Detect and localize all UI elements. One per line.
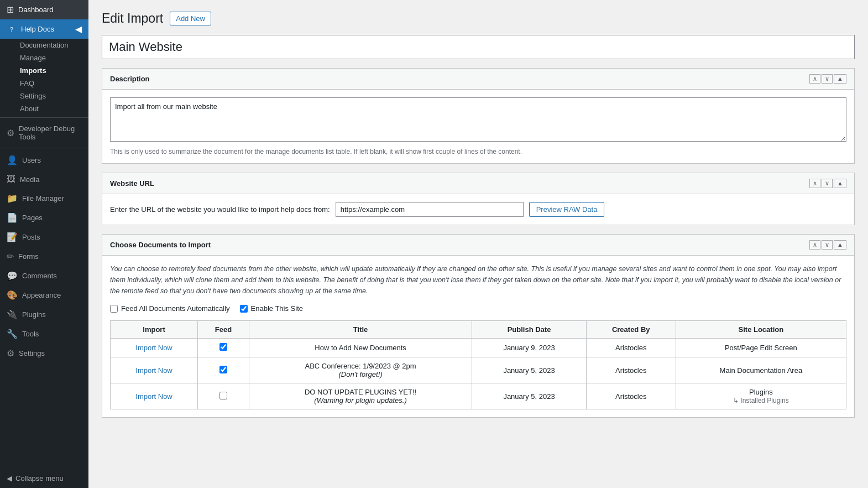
settings-icon: ⚙	[7, 348, 14, 359]
import-table: Import Feed Title Publish Date Created B…	[110, 320, 846, 409]
enable-site-checkbox[interactable]	[240, 305, 248, 313]
import-now-link[interactable]: Import Now	[135, 392, 172, 401]
site-location-cell: Plugins↳ Installed Plugins	[676, 383, 846, 409]
website-url-panel-body: Enter the URL of the website you would l…	[102, 194, 854, 225]
enable-site-label[interactable]: Enable This Site	[240, 304, 303, 313]
sidebar-item-appearance[interactable]: 🎨 Appearance	[0, 285, 88, 305]
description-panel-body: This is only used to summarize the docum…	[102, 90, 854, 163]
choose-docs-panel-title: Choose Documents to Import	[110, 241, 211, 249]
description-panel-title: Description	[110, 75, 150, 83]
import-now-link[interactable]: Import Now	[135, 344, 172, 352]
title-cell: DO NOT UPDATE PLUGINS YET!!(Warning for …	[249, 383, 472, 409]
url-collapse-up-btn[interactable]: ∧	[809, 179, 820, 188]
page-header: Edit Import Add New	[102, 11, 855, 26]
website-url-panel-header: Website URL ∧ ∨ ▲	[102, 173, 854, 194]
import-now-link[interactable]: Import Now	[135, 366, 172, 375]
plugins-icon: 🔌	[7, 309, 18, 320]
pages-icon: 📄	[7, 212, 18, 223]
sidebar-item-settings-helpdocs[interactable]: Settings	[0, 90, 88, 102]
choose-docs-collapse-down-btn[interactable]: ∨	[822, 240, 833, 250]
chevron-icon: ◀	[75, 24, 82, 34]
description-hint: This is only used to summarize the docum…	[110, 148, 846, 155]
file-manager-icon: 📁	[7, 193, 18, 204]
sidebar-item-about[interactable]: About	[0, 102, 88, 115]
sidebar-item-pages[interactable]: 📄 Pages	[0, 208, 88, 227]
choose-docs-collapse-btn[interactable]: ▲	[834, 240, 846, 250]
collapse-menu[interactable]: ◀ Collapse menu	[0, 469, 88, 488]
col-feed: Feed	[198, 321, 249, 339]
col-title: Title	[249, 321, 472, 339]
users-icon: 👤	[7, 155, 18, 165]
add-new-button[interactable]: Add New	[170, 12, 211, 25]
url-collapse-down-btn[interactable]: ∨	[822, 179, 833, 188]
sidebar-item-tools[interactable]: 🔧 Tools	[0, 324, 88, 344]
sidebar-item-documentation[interactable]: Documentation	[0, 39, 88, 51]
title-cell: ABC Conference: 1/9/2023 @ 2pm(Don't for…	[249, 357, 472, 383]
sidebar-item-manage[interactable]: Manage	[0, 51, 88, 64]
description-collapse-down-btn[interactable]: ∨	[822, 74, 833, 84]
appearance-icon: 🎨	[7, 290, 18, 300]
feed-checkbox[interactable]	[219, 343, 227, 351]
description-textarea[interactable]	[110, 97, 846, 142]
sidebar-item-help-docs[interactable]: ? Help Docs ◀	[0, 19, 88, 39]
created-by-cell: Aristocles	[586, 383, 676, 409]
choose-docs-panel-controls: ∧ ∨ ▲	[809, 240, 846, 250]
url-input[interactable]	[336, 202, 524, 217]
help-docs-icon: ?	[7, 24, 17, 34]
page-title: Edit Import	[102, 11, 163, 26]
description-collapse-btn[interactable]: ▲	[834, 74, 846, 84]
sidebar-item-dashboard[interactable]: ⊞ Dashboard	[0, 0, 88, 19]
col-created-by: Created By	[586, 321, 676, 339]
col-publish-date: Publish Date	[472, 321, 586, 339]
choose-docs-description: You can choose to remotely feed document…	[110, 263, 846, 297]
choose-docs-collapse-up-btn[interactable]: ∧	[809, 240, 820, 250]
choose-docs-panel-header: Choose Documents to Import ∧ ∨ ▲	[102, 235, 854, 256]
main-content: Edit Import Add New Description ∧ ∨ ▲ Th…	[88, 0, 868, 488]
sidebar-item-developer-debug-tools[interactable]: ⚙ Developer Debug Tools	[0, 120, 88, 146]
sidebar-item-posts[interactable]: 📝 Posts	[0, 227, 88, 247]
sidebar-item-imports[interactable]: Imports	[0, 64, 88, 77]
comments-icon: 💬	[7, 271, 18, 281]
media-icon: 🖼	[7, 174, 15, 184]
website-url-panel-controls: ∧ ∨ ▲	[809, 179, 846, 188]
forms-icon: ✏	[7, 251, 14, 262]
website-url-panel: Website URL ∧ ∨ ▲ Enter the URL of the w…	[102, 173, 855, 225]
choose-docs-panel-body: You can choose to remotely feed document…	[102, 256, 854, 417]
website-url-panel-title: Website URL	[110, 179, 154, 188]
import-title-input[interactable]	[102, 35, 855, 59]
sidebar-item-comments[interactable]: 💬 Comments	[0, 266, 88, 285]
sidebar-item-forms[interactable]: ✏ Forms	[0, 247, 88, 266]
posts-icon: 📝	[7, 232, 18, 242]
sidebar: ⊞ Dashboard ? Help Docs ◀ Documentation …	[0, 0, 88, 488]
sidebar-item-label: Help Docs	[21, 25, 54, 33]
sidebar-item-users[interactable]: 👤 Users	[0, 150, 88, 170]
table-row: Import NowHow to Add New DocumentsJanuar…	[111, 339, 846, 357]
publish-date-cell: January 5, 2023	[472, 383, 586, 409]
table-row: Import NowDO NOT UPDATE PLUGINS YET!!(Wa…	[111, 383, 846, 409]
col-site-location: Site Location	[676, 321, 846, 339]
site-location-cell: Main Documentation Area	[676, 357, 846, 383]
title-cell: How to Add New Documents	[249, 339, 472, 357]
feed-all-checkbox[interactable]	[110, 305, 118, 313]
publish-date-cell: January 5, 2023	[472, 357, 586, 383]
preview-raw-data-button[interactable]: Preview RAW Data	[529, 202, 605, 217]
feed-checkbox[interactable]	[219, 366, 227, 373]
feed-checkbox[interactable]	[219, 392, 227, 399]
feed-all-label[interactable]: Feed All Documents Automatically	[110, 304, 230, 313]
table-row: Import NowABC Conference: 1/9/2023 @ 2pm…	[111, 357, 846, 383]
dashboard-icon: ⊞	[7, 4, 14, 15]
sidebar-item-plugins[interactable]: 🔌 Plugins	[0, 305, 88, 324]
choose-docs-panel: Choose Documents to Import ∧ ∨ ▲ You can…	[102, 234, 855, 418]
sidebar-item-file-manager[interactable]: 📁 File Manager	[0, 189, 88, 208]
description-panel-header: Description ∧ ∨ ▲	[102, 69, 854, 90]
url-collapse-btn[interactable]: ▲	[834, 179, 846, 188]
description-collapse-up-btn[interactable]: ∧	[809, 74, 820, 84]
sidebar-item-label: Developer Debug Tools	[19, 124, 82, 141]
sidebar-item-media[interactable]: 🖼 Media	[0, 170, 88, 189]
collapse-icon: ◀	[7, 474, 12, 482]
sidebar-item-settings[interactable]: ⚙ Settings	[0, 344, 88, 363]
sidebar-item-faq[interactable]: FAQ	[0, 77, 88, 90]
description-panel: Description ∧ ∨ ▲ This is only used to s…	[102, 68, 855, 164]
site-location-cell: Post/Page Edit Screen	[676, 339, 846, 357]
debug-icon: ⚙	[7, 128, 14, 138]
